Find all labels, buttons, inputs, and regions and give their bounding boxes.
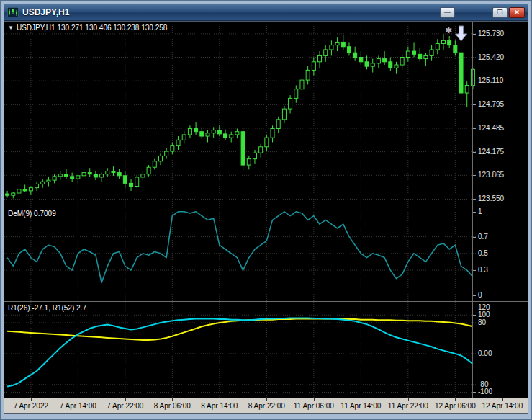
axis-tick [473,175,476,176]
axis-tick [473,308,476,308]
restore-button[interactable]: ❐ [492,7,508,18]
axis-label: 125.730 [478,30,504,37]
axis-label: 123.865 [478,171,504,179]
axis-tick [473,128,476,129]
axis-tick [473,354,476,354]
r1-label-text: R1(26) -27.1, R1(52) 2.7 [8,304,86,312]
axis-tick [473,34,476,35]
time-tick [502,398,503,401]
axis-label: 80 [478,318,486,326]
axis-label: 0.7 [478,233,488,241]
axis-tick [473,315,476,316]
axis-tick [473,104,476,105]
axis-label: 124.175 [478,148,504,156]
axis-label: 125.110 [478,76,503,84]
sell-arrow-icon [456,26,467,41]
axis-tick [473,323,476,323]
minimize-button[interactable]: — [440,7,455,18]
dem-indicator-chart[interactable] [4,207,476,301]
candlestick-chart[interactable]: ✱ [4,22,476,207]
r1-axis[interactable]: 120100800.00-80-100 [472,302,528,398]
time-tick [455,398,456,401]
dem-indicator-pane[interactable]: DeM(9) 0.7009 10.70.50.30 [4,207,528,301]
collapse-triangle-icon[interactable]: ▼ [8,24,14,31]
mt4-chart-window: USDJPY,H1 — ❐ ✕ ✱ ▼ USDJPY,H1 130.271 13… [0,0,532,420]
r1-indicator-label: R1(26) -27.1, R1(52) 2.7 [8,304,86,312]
title-bar[interactable]: USDJPY,H1 — ❐ ✕ [4,4,528,21]
time-axis[interactable]: 7 Apr 20227 Apr 14:007 Apr 22:008 Apr 06… [4,398,528,413]
time-tick [172,398,173,401]
close-button[interactable]: ✕ [509,7,525,18]
ohlc-text: USDJPY,H1 130.271 130.406 130.238 130.25… [17,24,167,32]
axis-tick [473,212,476,213]
dem-indicator-label: DeM(9) 0.7009 [8,210,56,218]
axis-label: 120 [478,303,490,311]
axis-tick [473,385,476,385]
time-tick [314,398,315,401]
symbol-ohlc-label[interactable]: ▼ USDJPY,H1 130.271 130.406 130.238 130.… [8,24,167,32]
window-title: USDJPY,H1 [22,7,69,17]
price-chart-pane[interactable]: ✱ ▼ USDJPY,H1 130.271 130.406 130.238 13… [4,22,528,207]
axis-label: 0.00 [478,349,492,357]
time-tick [408,398,409,401]
axis-tick [473,152,476,153]
axis-label: 125.420 [478,53,504,61]
axis-label: 124.485 [478,124,504,132]
time-tick [125,398,126,401]
star-marker-icon: ✱ [445,25,452,35]
axis-tick [473,237,476,238]
controls-gap [455,12,491,13]
axis-label: 0.3 [478,266,488,274]
axis-label: 100 [478,310,490,318]
axis-tick [473,295,476,296]
time-tick [31,398,32,401]
axis-tick [473,270,476,271]
r1-indicator-pane[interactable]: R1(26) -27.1, R1(52) 2.7 120100800.00-80… [4,302,528,398]
r1-indicator-chart[interactable] [4,302,476,398]
time-tick [220,398,220,401]
axis-tick [473,392,476,393]
axis-label: 1 [478,207,482,215]
axis-label: 0 [478,291,482,299]
chart-app-icon [7,7,19,17]
window-controls: — ❐ ✕ [438,7,525,18]
dem-label-text: DeM(9) 0.7009 [8,210,56,218]
axis-tick [473,199,476,200]
price-axis[interactable]: 125.730125.420125.110124.795124.485124.1… [472,22,528,207]
axis-label: -100 [478,388,492,396]
chart-client-area: ✱ ▼ USDJPY,H1 130.271 130.406 130.238 13… [4,21,528,414]
time-tick [266,398,267,401]
axis-tick [473,81,476,81]
dem-axis[interactable]: 10.70.50.30 [472,207,528,301]
axis-tick [473,58,476,58]
axis-label: 123.550 [478,195,504,202]
axis-label: -80 [478,380,488,388]
axis-label: 124.795 [478,100,504,108]
time-tick [78,398,78,401]
time-axis-label: 12 Apr 14:00 [474,402,531,410]
time-tick [361,398,361,401]
axis-label: 0.5 [478,249,488,257]
axis-tick [473,254,476,254]
